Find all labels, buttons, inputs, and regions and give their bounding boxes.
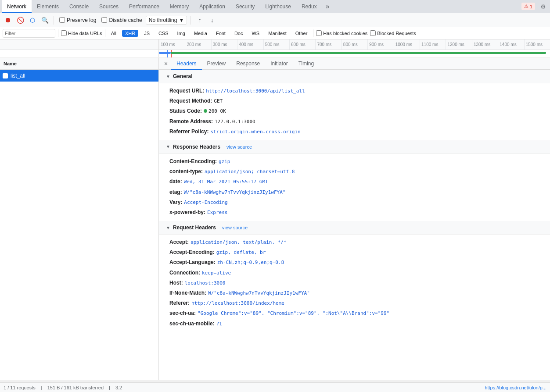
filter-js-btn[interactable]: JS: [141, 30, 153, 37]
if-none-match-val: W/"c8a-kNWwghw7nTvvYqkjinzJIy1wFYA": [208, 289, 310, 297]
resp-row-x-powered-by: x-powered-by: Express: [169, 207, 543, 217]
disable-cache-checkbox-label[interactable]: Disable cache: [100, 17, 144, 23]
general-row-referrer: Referrer Policy: strict-origin-when-cros…: [169, 127, 543, 137]
tab-elements[interactable]: Elements: [32, 0, 64, 13]
accept-language-val: zh-CN,zh;q=0.9,en;q=0.8: [217, 259, 284, 267]
response-headers-view-source-link[interactable]: view source: [226, 144, 252, 150]
filter-input[interactable]: [3, 29, 55, 38]
tab-timing[interactable]: Timing: [293, 58, 320, 70]
request-headers-view-source-link[interactable]: view source: [222, 225, 248, 230]
tick-100ms: 100 ms: [159, 39, 185, 50]
hide-data-urls-label[interactable]: Hide data URLs: [61, 30, 102, 36]
preserve-log-checkbox[interactable]: [59, 17, 65, 23]
request-list-panel: Name list_all: [0, 58, 159, 380]
timeline-bar-row: [0, 50, 550, 58]
etag-val: W/"c8a-kNWwghw7nTvvYqkjinzJIy1wFYA": [184, 189, 286, 196]
has-blocked-cookies-text: Has blocked cookies: [323, 31, 367, 36]
request-headers-section-header[interactable]: ▼ Request Headers view source: [159, 221, 550, 235]
tick-1100ms: 1100 ms: [420, 39, 446, 50]
connection-key: Connection:: [169, 269, 200, 277]
req-row-sec-ch-ua-mobile: sec-ch-ua-mobile: ?1: [169, 319, 543, 329]
filter-manifest-btn[interactable]: Manifest: [265, 30, 290, 37]
stop-recording-button[interactable]: ⏺: [3, 15, 13, 25]
tab-lighthouse[interactable]: Lighthouse: [260, 0, 296, 13]
list-item-list-all[interactable]: list_all: [0, 70, 158, 82]
timeline-ticks: 100 ms 200 ms 300 ms 400 ms 500 ms 600 m…: [159, 39, 550, 50]
tick-1300ms: 1300 ms: [472, 39, 498, 50]
blocked-requests-checkbox[interactable]: [370, 30, 376, 36]
timeline-header: 100 ms 200 ms 300 ms 400 ms 500 ms 600 m…: [0, 39, 550, 50]
tab-network[interactable]: Network: [2, 0, 32, 13]
filter-button[interactable]: ⬡: [27, 15, 38, 25]
filter-media-btn[interactable]: Media: [191, 30, 210, 37]
tab-console[interactable]: Console: [64, 0, 94, 13]
filter-ws-btn[interactable]: WS: [248, 30, 262, 37]
x-powered-by-val: Express: [207, 209, 227, 217]
tab-performance[interactable]: Performance: [124, 0, 165, 13]
clear-button[interactable]: 🚫: [15, 15, 25, 25]
detail-content: ▼ General Request URL: http://localhost:…: [159, 70, 550, 380]
export-button[interactable]: ↓: [207, 15, 217, 25]
content-type-val: application/json; charset=utf-8: [205, 168, 295, 176]
req-row-sec-ch-ua: sec-ch-ua: "Google Chrome";v="89", "Chro…: [169, 308, 543, 318]
status-val: 200 OK: [208, 107, 226, 115]
request-headers-label: Request Headers: [173, 225, 216, 231]
referer-val: http://localhost:3000/index/home: [191, 299, 284, 307]
filter-xhr-btn[interactable]: XHR: [122, 30, 138, 37]
toolbar-separator-1: [54, 16, 54, 25]
filter-doc-btn[interactable]: Doc: [231, 30, 246, 37]
hide-data-urls-checkbox[interactable]: [61, 30, 67, 36]
tab-preview[interactable]: Preview: [202, 58, 231, 70]
tab-application[interactable]: Application: [194, 0, 230, 13]
tick-1200ms: 1200 ms: [446, 39, 471, 50]
close-detail-button[interactable]: ×: [161, 58, 171, 70]
response-headers-triangle-icon: ▼: [166, 144, 170, 149]
accept-encoding-val: gzip, deflate, br: [216, 249, 266, 257]
content-encoding-key: Content-Encoding:: [169, 157, 217, 166]
timeline-bar-blue: [159, 52, 171, 54]
date-val: Wed, 31 Mar 2021 05:55:17 GMT: [184, 178, 268, 186]
preserve-log-checkbox-label[interactable]: Preserve log: [58, 17, 98, 23]
general-triangle-icon: ▼: [166, 74, 170, 79]
general-section-header[interactable]: ▼ General: [159, 70, 550, 83]
filter-all-btn[interactable]: All: [108, 30, 119, 37]
host-key: Host:: [169, 279, 183, 287]
resp-row-vary: Vary: Accept-Encoding: [169, 197, 543, 207]
import-button[interactable]: ↑: [194, 15, 205, 25]
has-blocked-cookies-label[interactable]: Has blocked cookies: [316, 30, 367, 36]
general-section-label: General: [173, 73, 193, 79]
tab-sources[interactable]: Sources: [94, 0, 124, 13]
filter-other-btn[interactable]: Other: [292, 30, 311, 37]
request-headers-triangle-icon: ▼: [166, 225, 170, 230]
tab-memory[interactable]: Memory: [165, 0, 194, 13]
filter-font-btn[interactable]: Font: [213, 30, 229, 37]
tab-initiator[interactable]: Initiator: [265, 58, 293, 70]
referrer-key: Referrer Policy:: [169, 128, 208, 136]
filter-css-btn[interactable]: CSS: [155, 30, 172, 37]
response-headers-section-header[interactable]: ▼ Response Headers view source: [159, 140, 550, 154]
sec-ch-ua-key: sec-ch-ua:: [169, 309, 196, 317]
req-row-host: Host: localhost:3000: [169, 278, 543, 288]
more-tabs-button[interactable]: »: [322, 3, 333, 11]
accept-encoding-key: Accept-Encoding:: [169, 248, 215, 257]
resp-row-etag: etag: W/"c8a-kNWwghw7nTvvYqkjinzJIy1wFYA…: [169, 187, 543, 197]
throttle-select[interactable]: No throttling ▼: [146, 16, 187, 25]
has-blocked-cookies-checkbox[interactable]: [316, 30, 322, 36]
detail-panel: × Headers Preview Response Initiator Tim…: [159, 58, 550, 380]
tab-redux[interactable]: Redux: [296, 0, 322, 13]
filter-sep-1: [58, 29, 58, 37]
settings-button[interactable]: ⚙: [538, 1, 548, 12]
disable-cache-label: Disable cache: [109, 17, 142, 23]
content-encoding-val: gzip: [219, 158, 230, 166]
warning-badge[interactable]: ⚠ 1: [521, 3, 535, 10]
request-type-icon: [3, 73, 8, 78]
tab-headers[interactable]: Headers: [171, 58, 201, 70]
search-button[interactable]: 🔍: [40, 15, 50, 25]
disable-cache-checkbox[interactable]: [101, 17, 107, 23]
blocked-requests-label[interactable]: Blocked Requests: [370, 30, 416, 36]
tick-900ms: 900 ms: [367, 39, 393, 50]
tab-security[interactable]: Security: [230, 0, 260, 13]
timeline-bar-name-col: [0, 50, 159, 57]
tab-response[interactable]: Response: [231, 58, 265, 70]
filter-img-btn[interactable]: Img: [174, 30, 188, 37]
